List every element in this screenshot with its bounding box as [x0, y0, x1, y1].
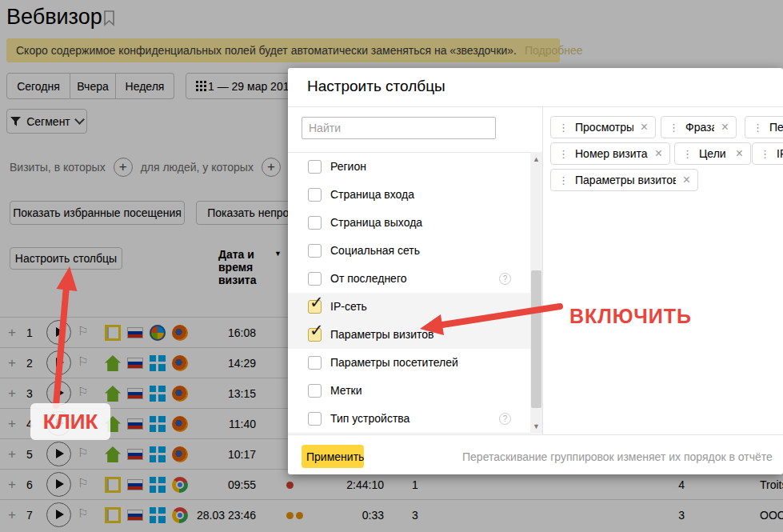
selected-columns-area: ⋮Просмотры×⋮Фраза×⋮Пер×⋮Номер визита×⋮Це… — [550, 116, 783, 220]
chip-label: Цели — [699, 147, 729, 160]
column-option[interactable]: Страница входа — [288, 181, 542, 209]
column-option-label: Регион — [330, 160, 366, 173]
column-chip[interactable]: ⋮Номер визита× — [550, 142, 670, 165]
remove-chip-icon[interactable]: × — [648, 146, 669, 161]
column-chip[interactable]: ⋮Цели× — [674, 142, 751, 165]
drag-handle-icon[interactable]: ⋮ — [551, 148, 575, 160]
column-option[interactable]: Регион — [288, 153, 542, 181]
help-icon[interactable]: ? — [499, 413, 511, 425]
column-option[interactable]: Тип устройства? — [288, 405, 542, 433]
checkbox[interactable] — [308, 244, 322, 258]
column-chip[interactable]: ⋮Фраза× — [661, 116, 737, 138]
checkbox[interactable] — [308, 160, 322, 174]
list-scrollbar[interactable]: ▲ ▼ — [530, 152, 542, 434]
modal-vertical-divider — [542, 106, 543, 434]
chip-label: Фраза — [685, 121, 714, 134]
column-option-label: От последнего — [330, 272, 406, 285]
column-chip[interactable]: ⋮Параметры визитов× — [550, 169, 698, 191]
chip-label: Пер — [769, 121, 783, 134]
footer-hint: Перетаскивание группировок изменяет их п… — [462, 450, 773, 463]
column-option-label: Страница входа — [330, 188, 414, 201]
column-chip[interactable]: ⋮Пер× — [745, 116, 783, 138]
drag-handle-icon[interactable]: ⋮ — [675, 148, 699, 160]
modal-divider — [288, 106, 783, 107]
column-option-label: Параметры посетителей — [330, 356, 458, 369]
chip-label: Параметры визитов — [575, 174, 676, 186]
drag-handle-icon[interactable]: ⋮ — [551, 174, 575, 186]
remove-chip-icon[interactable]: × — [676, 173, 697, 187]
remove-chip-icon[interactable]: × — [633, 120, 655, 134]
scroll-down-icon[interactable]: ▼ — [530, 421, 542, 432]
checkbox[interactable]: ✓ — [308, 300, 322, 314]
chip-label: Номер визита — [575, 147, 648, 160]
column-option[interactable]: ✓Параметры визитов — [288, 321, 542, 349]
column-option-label: Тип устройства — [330, 412, 409, 425]
checkbox[interactable] — [308, 356, 322, 370]
enable-annotation: ВКЛЮЧИТЬ — [569, 305, 692, 328]
columns-list: РегионСтраница входаСтраница выходаСоциа… — [288, 152, 542, 434]
modal-title: Настроить столбцы — [307, 78, 445, 95]
remove-chip-icon[interactable]: × — [729, 146, 750, 161]
checkbox[interactable] — [308, 216, 322, 230]
drag-handle-icon[interactable]: ⋮ — [745, 122, 769, 134]
configure-columns-modal: Настроить столбцы РегионСтраница входаСт… — [288, 68, 783, 474]
checkbox[interactable] — [308, 412, 322, 426]
checkmark-icon: ✓ — [310, 293, 324, 312]
column-option[interactable]: От последнего? — [288, 265, 542, 293]
search-input[interactable] — [302, 117, 496, 139]
remove-chip-icon[interactable]: × — [714, 120, 736, 134]
column-option[interactable]: Параметры посетителей — [288, 349, 542, 377]
chip-label: Просмотры — [575, 121, 633, 134]
column-option-label: Социальная сеть — [330, 244, 420, 257]
column-option-label: IP-сеть — [330, 300, 367, 313]
column-option[interactable]: Страница выхода — [288, 209, 542, 237]
column-chip[interactable]: ⋮IP-с× — [752, 142, 783, 165]
scroll-up-icon[interactable]: ▲ — [530, 154, 542, 165]
column-option-label: Метки — [330, 384, 362, 397]
scrollbar-thumb[interactable] — [531, 270, 541, 408]
apply-button[interactable]: Применить — [302, 445, 364, 468]
column-option-label: Параметры визитов — [330, 328, 434, 341]
column-option[interactable]: ✓IP-сеть — [288, 293, 542, 321]
click-annotation: КЛИК — [30, 403, 110, 440]
column-option-label: Страница выхода — [330, 216, 422, 229]
checkbox[interactable] — [308, 188, 322, 202]
chip-label: IP-с — [777, 147, 783, 160]
checkbox[interactable] — [308, 272, 322, 286]
checkmark-icon: ✓ — [310, 321, 324, 340]
drag-handle-icon[interactable]: ⋮ — [551, 122, 575, 134]
column-option[interactable]: Социальная сеть — [288, 237, 542, 265]
modal-footer-divider — [288, 434, 783, 435]
drag-handle-icon[interactable]: ⋮ — [661, 122, 685, 134]
column-chip[interactable]: ⋮Просмотры× — [550, 116, 656, 138]
webvisor-screen: Вебвизор Скоро содержимое конфиденциальн… — [0, 0, 783, 532]
help-icon[interactable]: ? — [499, 273, 511, 285]
drag-handle-icon[interactable]: ⋮ — [753, 148, 777, 160]
checkbox[interactable] — [308, 384, 322, 398]
checkbox[interactable]: ✓ — [308, 328, 322, 342]
column-option[interactable]: Метки — [288, 377, 542, 405]
